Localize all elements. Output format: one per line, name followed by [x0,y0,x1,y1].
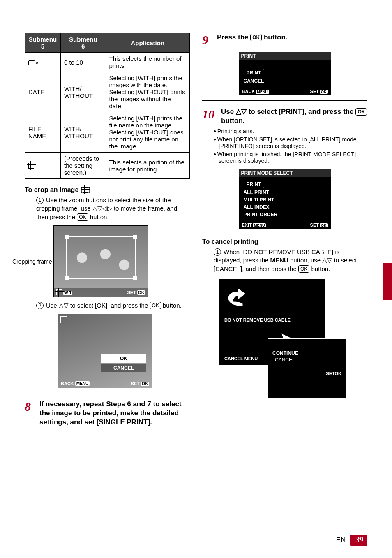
ok-option[interactable]: OK [101,354,146,363]
ok-icon: OK [298,265,309,273]
ok-indicator: OK [141,382,149,386]
continue-option[interactable]: CONTINUE [272,350,341,356]
lang-indicator: EN [336,537,346,544]
crop-preview: Cropping frame W T SET OK [53,225,148,297]
print-copies-icon [28,60,35,65]
cancel-option[interactable]: CANCEL [272,356,341,364]
step-2-bullet: 2 [36,302,44,309]
page-number: 39 [350,535,367,546]
submenu-table: Submenu5 Submenu6 Application 0 to 10 Th… [25,33,190,179]
crop-frame[interactable] [66,236,136,279]
cancel-step: 1When [DO NOT REMOVE USB CABLE] is displ… [214,248,367,273]
step-1-bullet: 1 [36,197,44,204]
cancel-panels: DO NOT REMOVE USB CABLE CANCEL MENU CONT… [219,279,346,398]
cropping-frame-label: Cropping frame [12,258,52,265]
pms-item-print-order[interactable]: PRINT ORDER [242,211,328,218]
ok-indicator: OK [320,223,328,227]
pms-item-all-print[interactable]: ALL PRINT [242,189,328,196]
crop-icon [83,187,88,193]
pms-item-print[interactable]: PRINT [244,181,264,188]
bullet-option-set: When [OPTION SET] is selected in [ALL PR… [214,136,367,149]
crop-heading: To crop an image [] [25,186,190,194]
step-number-10: 10 [202,107,219,121]
step-1-bullet: 1 [214,248,221,256]
step-8: 8 If necessary, repeat Steps 6 and 7 to … [25,400,190,427]
menu-indicator: MENU [75,381,90,386]
page-footer: EN 39 [336,535,367,546]
print-mode-select-panel: PRINT MODE SELECT PRINT ALL PRINT MULTI … [239,169,331,229]
print-panel-title: PRINT [239,52,331,60]
menu-indicator: MENU [256,90,269,94]
pms-title: PRINT MODE SELECT [239,169,331,177]
ok-indicator: OK [320,90,328,94]
table-row: (Proceeds to the setting screen.) This s… [25,153,190,179]
pms-item-multi-print[interactable]: MULTI PRINT [242,196,328,204]
cancel-option[interactable]: CANCEL [242,77,328,85]
ok-cancel-preview: OK CANCEL BACK MENU SET OK [58,314,152,388]
ok-icon: OK [355,108,367,116]
table-row: 0 to 10 This selects the number of print… [25,53,190,72]
print-panel: PRINT PRINT CANCEL BACKMENU SETOK [239,52,331,95]
menu-indicator: MENU [244,356,258,361]
zoom-indicator: W T [63,291,72,295]
continue-cancel-panel: CONTINUE CANCEL SETOK [268,338,346,398]
step-10: 10 Use to select [PRINT], and press the … [202,107,367,125]
table-row: FILE NAME WITH/ WITHOUT Selecting [WITH]… [25,112,190,153]
cancel-heading: To cancel printing [202,238,367,245]
menu-indicator: MENU [253,223,266,227]
crop-corner-icon [60,316,67,323]
ok-indicator: OK [335,371,342,376]
th-submenu5: Submenu5 [25,33,61,53]
transfer-arrow-icon [227,287,256,308]
crop-icon [56,289,62,295]
bullet-printing-starts: Printing starts. [214,128,367,134]
bullet-finished: When printing is finished, the [PRINT MO… [214,151,367,164]
ok-icon: OK [150,302,161,309]
ok-indicator: OK [137,290,145,295]
crop-step-1: 1Use the zoom buttons to select the size… [36,196,190,221]
pms-item-all-index[interactable]: ALL INDEX [242,204,328,211]
print-option[interactable]: PRINT [244,69,264,76]
table-row: DATE WITH/ WITHOUT Selecting [WITH] prin… [25,72,190,112]
th-submenu6: Submenu6 [61,33,106,53]
left-column: Submenu5 Submenu6 Application 0 to 10 Th… [25,33,190,429]
th-application: Application [106,33,189,53]
ok-icon: OK [77,213,88,221]
usb-warning: DO NOT REMOVE USB CABLE [224,317,320,322]
ok-icon: OK [250,34,262,41]
cancel-option[interactable]: CANCEL [101,364,146,372]
edge-tab [383,263,392,300]
step-9: 9 Press the OK button. [202,33,367,47]
right-column: 9 Press the OK button. PRINT PRINT CANCE… [202,33,367,429]
crop-step-2: 2Use to select [OK], and press the OK bu… [36,301,190,310]
step-number-8: 8 [25,400,37,414]
crop-icon [28,163,34,169]
step-number-9: 9 [202,33,214,47]
